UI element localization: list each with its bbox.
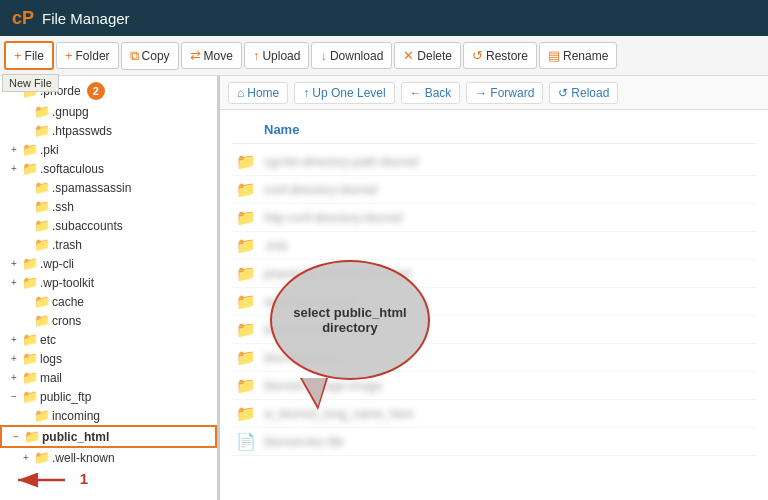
- copy-button[interactable]: ⧉ Copy: [121, 42, 179, 70]
- tree-item-label: .gnupg: [52, 105, 89, 119]
- file-name: http-conf-directory-blurred: [264, 211, 756, 225]
- folder-icon: 📁: [34, 123, 50, 138]
- tree-item[interactable]: 📁.subaccounts: [0, 216, 217, 235]
- tree-item[interactable]: 📁cache: [0, 292, 217, 311]
- tree-item[interactable]: 📁incoming: [0, 406, 217, 425]
- tree-item[interactable]: −📁public_html: [0, 425, 217, 448]
- file-row[interactable]: 📁http-conf-directory-blurred: [232, 204, 756, 232]
- file-name: blurred-storage-image: [264, 379, 756, 393]
- tree-item-label: .pki: [40, 143, 59, 157]
- folder-plus-icon: +: [65, 48, 73, 63]
- expand-icon: −: [8, 391, 20, 402]
- tree-item[interactable]: 📁.gnupg: [0, 102, 217, 121]
- restore-icon: ↺: [472, 48, 483, 63]
- file-name: blurred-doc-file: [264, 435, 756, 449]
- tree-item[interactable]: +📁etc: [0, 330, 217, 349]
- tree-item[interactable]: +📁logs: [0, 349, 217, 368]
- forward-icon: →: [475, 86, 487, 100]
- file-row[interactable]: 📁cgi-bin-directory-path-blurred: [232, 148, 756, 176]
- callout-annotation: select public_html directory: [270, 260, 430, 380]
- folder-icon: 📁: [236, 208, 256, 227]
- folder-icon: 📁: [236, 404, 256, 423]
- new-folder-button[interactable]: + Folder: [56, 42, 119, 69]
- reload-icon: ↺: [558, 86, 568, 100]
- col-header-name: Name: [232, 118, 756, 144]
- tree-item[interactable]: 📁.ssh: [0, 197, 217, 216]
- folder-icon: 📁: [22, 161, 38, 176]
- rename-button[interactable]: ▤ Rename: [539, 42, 617, 69]
- tree-item-label: .wp-cli: [40, 257, 74, 271]
- restore-button[interactable]: ↺ Restore: [463, 42, 537, 69]
- tree-item[interactable]: +📁.wp-cli: [0, 254, 217, 273]
- move-button[interactable]: ⇄ Move: [181, 42, 242, 69]
- tree-item[interactable]: 📁crons: [0, 311, 217, 330]
- tree-item-label: incoming: [52, 409, 100, 423]
- tree-item-label: .subaccounts: [52, 219, 123, 233]
- folder-icon: 📁: [236, 236, 256, 255]
- tree-item-label: .htpasswds: [52, 124, 112, 138]
- folder-icon: 📁: [34, 199, 50, 214]
- nav-bar: ⌂ Home ↑ Up One Level ← Back → Forward ↺…: [220, 76, 768, 110]
- download-button[interactable]: ↓ Download: [311, 42, 392, 69]
- copy-label: Copy: [142, 49, 170, 63]
- badge: 2: [87, 82, 105, 100]
- tree-item[interactable]: +📁.pki: [0, 140, 217, 159]
- arrow-svg: [10, 468, 70, 492]
- tree-item-label: .spamassassin: [52, 181, 131, 195]
- upload-button[interactable]: ↑ Upload: [244, 42, 310, 69]
- forward-button[interactable]: → Forward: [466, 82, 543, 104]
- tree-item[interactable]: +📁mail: [0, 368, 217, 387]
- expand-icon: −: [10, 431, 22, 442]
- tree-item-label: logs: [40, 352, 62, 366]
- expand-icon: +: [8, 144, 20, 155]
- up-one-level-button[interactable]: ↑ Up One Level: [294, 82, 394, 104]
- arrow-annotation-1: 1: [10, 468, 70, 492]
- folder-icon: 📁: [34, 450, 50, 465]
- new-file-label: File: [25, 49, 44, 63]
- reload-button[interactable]: ↺ Reload: [549, 82, 618, 104]
- tree-item[interactable]: +📁.well-known: [0, 448, 217, 467]
- back-button[interactable]: ← Back: [401, 82, 461, 104]
- tree-item[interactable]: 📁.trash: [0, 235, 217, 254]
- file-row[interactable]: 📁conf.directory-blurred: [232, 176, 756, 204]
- folder-icon: 📁: [22, 275, 38, 290]
- upload-icon: ↑: [253, 48, 260, 63]
- rename-icon: ▤: [548, 48, 560, 63]
- home-icon: ⌂: [237, 86, 244, 100]
- download-label: Download: [330, 49, 383, 63]
- callout-text: select public_html directory: [272, 305, 428, 335]
- home-button[interactable]: ⌂ Home: [228, 82, 288, 104]
- new-file-button[interactable]: + File: [4, 41, 54, 70]
- delete-label: Delete: [417, 49, 452, 63]
- tree-item[interactable]: +📁.softaculous: [0, 159, 217, 178]
- file-name: .tmb: [264, 239, 756, 253]
- file-row[interactable]: 📁.tmb: [232, 232, 756, 260]
- plus-icon: +: [14, 48, 22, 63]
- tree-item-label: .trash: [52, 238, 82, 252]
- home-label: Home: [247, 86, 279, 100]
- top-bar: cP File Manager: [0, 0, 768, 36]
- folder-icon: 📁: [34, 218, 50, 233]
- tree-item[interactable]: 📁.spamassassin: [0, 178, 217, 197]
- folder-icon: 📁: [34, 408, 50, 423]
- tree-item[interactable]: 📁.htpasswds: [0, 121, 217, 140]
- folder-icon: 📁: [34, 294, 50, 309]
- tree-item[interactable]: −📁public_ftp: [0, 387, 217, 406]
- folder-icon: 📁: [22, 389, 38, 404]
- delete-icon: ✕: [403, 48, 414, 63]
- right-panel: ⌂ Home ↑ Up One Level ← Back → Forward ↺…: [220, 76, 768, 500]
- tree-item[interactable]: +📁.wp-toolkit: [0, 273, 217, 292]
- expand-icon: +: [8, 258, 20, 269]
- file-row[interactable]: 📄blurred-doc-file: [232, 428, 756, 456]
- folder-icon: 📁: [34, 104, 50, 119]
- tree-item-label: .wp-toolkit: [40, 276, 94, 290]
- folder-icon: 📁: [22, 256, 38, 271]
- folder-icon: 📁: [24, 429, 40, 444]
- up-one-level-label: Up One Level: [312, 86, 385, 100]
- expand-icon: +: [8, 163, 20, 174]
- tree-item-label: crons: [52, 314, 81, 328]
- app-title: File Manager: [42, 10, 130, 27]
- folder-icon: 📁: [22, 351, 38, 366]
- delete-button[interactable]: ✕ Delete: [394, 42, 461, 69]
- new-file-tooltip: New File: [2, 74, 59, 92]
